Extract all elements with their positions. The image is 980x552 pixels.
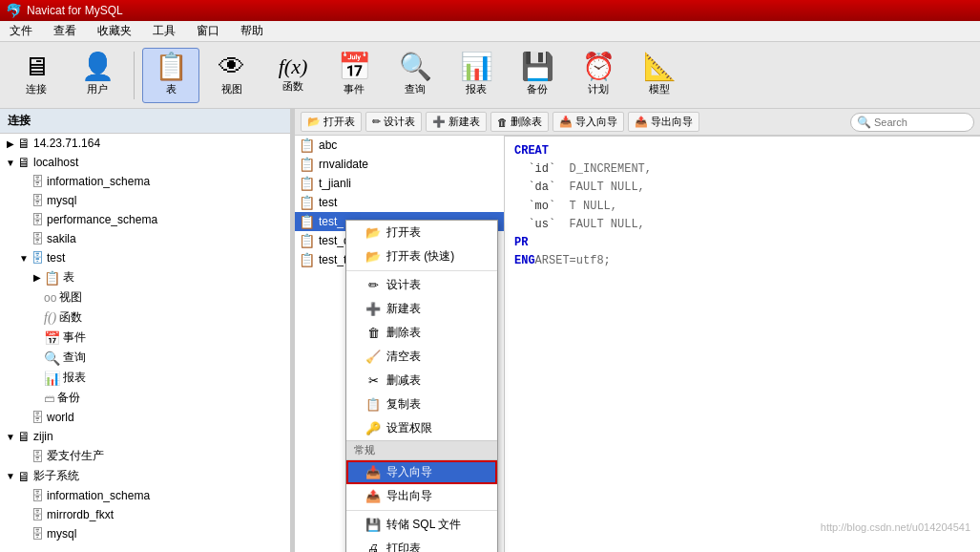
table-row-tjianli[interactable]: 📋 t_jianli bbox=[295, 174, 504, 193]
menu-favorites[interactable]: 收藏夹 bbox=[92, 21, 137, 41]
ctx-design-table[interactable]: ✏ 设计表 bbox=[346, 273, 497, 297]
ctx-delete-table[interactable]: 🗑 删除表 bbox=[346, 321, 497, 345]
arrow-test: ▼ bbox=[17, 253, 31, 264]
model-icon: 📐 bbox=[643, 53, 677, 80]
table-row-rnvalidate[interactable]: 📋 rnvalidate bbox=[295, 155, 504, 174]
tree-label-events: 事件 bbox=[63, 329, 86, 346]
ctx-import-wizard[interactable]: 📥 导入向导 bbox=[346, 460, 497, 484]
arrow-ip: ▶ bbox=[4, 138, 17, 149]
tree-item-functions[interactable]: f() 函数 bbox=[0, 308, 290, 328]
menu-view[interactable]: 查看 bbox=[48, 21, 82, 41]
search-icon: 🔍 bbox=[857, 116, 871, 129]
tree-item-events[interactable]: 📅 事件 bbox=[0, 328, 290, 348]
tree-item-backups[interactable]: 🗃 备份 bbox=[0, 388, 290, 408]
toolbar-backup[interactable]: 💾 备份 bbox=[509, 48, 566, 103]
toolbar-function[interactable]: f(x) 函数 bbox=[264, 48, 322, 103]
context-menu: 📂 打开表 📂 打开表 (快速) ✏ 设计表 ➕ 新建表 🗑 删除表 🧹 清空表… bbox=[345, 220, 498, 552]
left-panel[interactable]: 连接 ▶ 🖥 14.23.71.164 ▼ 🖥 localhost 🗄 info… bbox=[0, 109, 291, 552]
code-area: CREAT `id` D_INCREMENT, `da` FAULT NULL,… bbox=[505, 136, 980, 552]
ctx-open-table[interactable]: 📂 打开表 bbox=[346, 221, 497, 244]
tree-item-test[interactable]: ▼ 🗄 test bbox=[0, 248, 290, 267]
events-icon: 📅 bbox=[44, 330, 60, 346]
tree-item-world[interactable]: 🗄 world bbox=[0, 408, 290, 427]
export-wizard-icon: 📤 bbox=[635, 116, 648, 128]
table-row-test[interactable]: 📋 test bbox=[295, 193, 504, 212]
table-name-test-selected: test_ bbox=[319, 215, 344, 228]
tree-item-queries[interactable]: 🔍 查询 bbox=[0, 348, 290, 368]
toolbar-report-label: 报表 bbox=[466, 82, 487, 96]
export-wizard-btn[interactable]: 📤 导出向导 bbox=[628, 112, 699, 132]
ctx-clear-table[interactable]: 🧹 清空表 bbox=[346, 345, 497, 369]
menu-help[interactable]: 帮助 bbox=[235, 21, 269, 41]
tree-item-mirrordb[interactable]: 🗄 mirrordb_fkxt bbox=[0, 505, 290, 524]
functions-icon: f() bbox=[44, 310, 56, 326]
ctx-reduce-table[interactable]: ✂ 删减表 bbox=[346, 369, 497, 393]
table-row-abc[interactable]: 📋 abc bbox=[295, 136, 504, 155]
ctx-perm-label: 设置权限 bbox=[386, 420, 432, 436]
ctx-open-table-fast-icon: 📂 bbox=[365, 249, 381, 264]
toolbar-view[interactable]: 👁 视图 bbox=[203, 48, 261, 103]
tree-item-shadow-mysql[interactable]: 🗄 mysql bbox=[0, 524, 290, 543]
code-line-6: PR bbox=[514, 234, 970, 252]
ctx-export-wizard[interactable]: 📤 导出向导 bbox=[346, 484, 497, 508]
ctx-set-permission[interactable]: 🔑 设置权限 bbox=[346, 416, 497, 440]
search-box[interactable]: 🔍 bbox=[850, 113, 974, 132]
tree-item-mysql[interactable]: 🗄 mysql bbox=[0, 191, 290, 210]
toolbar-connect[interactable]: 🖥 连接 bbox=[8, 48, 65, 103]
tree-item-zijin[interactable]: ▼ 🖥 zijin bbox=[0, 427, 290, 446]
tree-item-localhost[interactable]: ▼ 🖥 localhost bbox=[0, 153, 290, 172]
tree-item-sakila[interactable]: 🗄 sakila bbox=[0, 229, 290, 248]
tree-item-perf-schema[interactable]: 🗄 performance_schema bbox=[0, 210, 290, 229]
toolbar-query[interactable]: 🔍 查询 bbox=[386, 48, 444, 103]
new-table-btn[interactable]: ➕ 新建表 bbox=[426, 112, 487, 132]
tree-item-shadow[interactable]: ▼ 🖥 影子系统 bbox=[0, 466, 290, 486]
open-table-btn[interactable]: 📂 打开表 bbox=[301, 112, 362, 132]
ctx-new-table[interactable]: ➕ 新建表 bbox=[346, 297, 497, 321]
tree-item-info-schema[interactable]: 🗄 information_schema bbox=[0, 172, 290, 191]
toolbar-sep-1 bbox=[134, 52, 135, 99]
import-wizard-btn[interactable]: 📥 导入向导 bbox=[553, 112, 624, 132]
toolbar-report[interactable]: 📊 报表 bbox=[448, 48, 505, 103]
ctx-perm-icon: 🔑 bbox=[365, 421, 381, 435]
server-icon-shadow: 🖥 bbox=[17, 469, 31, 484]
ctx-open-table-fast[interactable]: 📂 打开表 (快速) bbox=[346, 244, 497, 268]
ctx-delete-label: 删除表 bbox=[386, 325, 421, 341]
toolbar-model[interactable]: 📐 模型 bbox=[631, 48, 688, 103]
code-line-3: `da` FAULT NULL, bbox=[514, 179, 970, 197]
menu-tools[interactable]: 工具 bbox=[147, 21, 181, 41]
tree-label-perf-schema: performance_schema bbox=[47, 213, 157, 226]
tree-item-reports[interactable]: 📊 报表 bbox=[0, 368, 290, 388]
menu-window[interactable]: 窗口 bbox=[191, 21, 225, 41]
design-table-btn[interactable]: ✏ 设计表 bbox=[365, 112, 422, 132]
delete-table-btn[interactable]: 🗑 删除表 bbox=[490, 112, 549, 132]
tree-label-shadow: 影子系统 bbox=[33, 468, 79, 484]
toolbar-event[interactable]: 📅 事件 bbox=[325, 48, 383, 103]
ctx-copy-icon: 📋 bbox=[365, 397, 381, 412]
app-title: Navicat for MySQL bbox=[27, 4, 123, 17]
search-input[interactable] bbox=[874, 117, 970, 128]
table-icon-tjianli: 📋 bbox=[299, 176, 315, 191]
tree-item-views[interactable]: oo 视图 bbox=[0, 287, 290, 308]
table-name-abc: abc bbox=[319, 138, 337, 152]
watermark: http://blog.csdn.net/u014204541 bbox=[821, 521, 970, 533]
ctx-import-icon: 📥 bbox=[365, 465, 381, 479]
tree-item-ip[interactable]: ▶ 🖥 14.23.71.164 bbox=[0, 134, 290, 153]
tree-label-reports: 报表 bbox=[63, 370, 86, 386]
ctx-copy-table[interactable]: 📋 复制表 bbox=[346, 393, 497, 416]
server-icon-zijin: 🖥 bbox=[17, 429, 31, 444]
tree-item-shadow-info[interactable]: 🗄 information_schema bbox=[0, 486, 290, 505]
toolbar-schedule[interactable]: ⏰ 计划 bbox=[570, 48, 627, 103]
tree-label-info-schema: information_schema bbox=[47, 175, 150, 188]
code-line-2: `id` D_INCREMENT, bbox=[514, 160, 970, 179]
ctx-new-icon: ➕ bbox=[365, 302, 381, 316]
toolbar-table[interactable]: 📋 表 bbox=[142, 48, 199, 103]
tree-label-world: world bbox=[47, 411, 74, 424]
tree-item-alipay[interactable]: 🗄 爱支付生产 bbox=[0, 446, 290, 466]
ctx-dump-sql[interactable]: 💾 转储 SQL 文件 bbox=[346, 513, 497, 537]
tree-item-tables[interactable]: ▶ 📋 表 bbox=[0, 267, 290, 287]
ctx-copy-label: 复制表 bbox=[386, 396, 421, 413]
menu-file[interactable]: 文件 bbox=[4, 21, 38, 41]
ctx-print-table[interactable]: 🖨 打印表 bbox=[346, 537, 497, 552]
toolbar-user[interactable]: 👤 用户 bbox=[69, 48, 126, 103]
ctx-section-label: 常规 bbox=[346, 440, 497, 460]
